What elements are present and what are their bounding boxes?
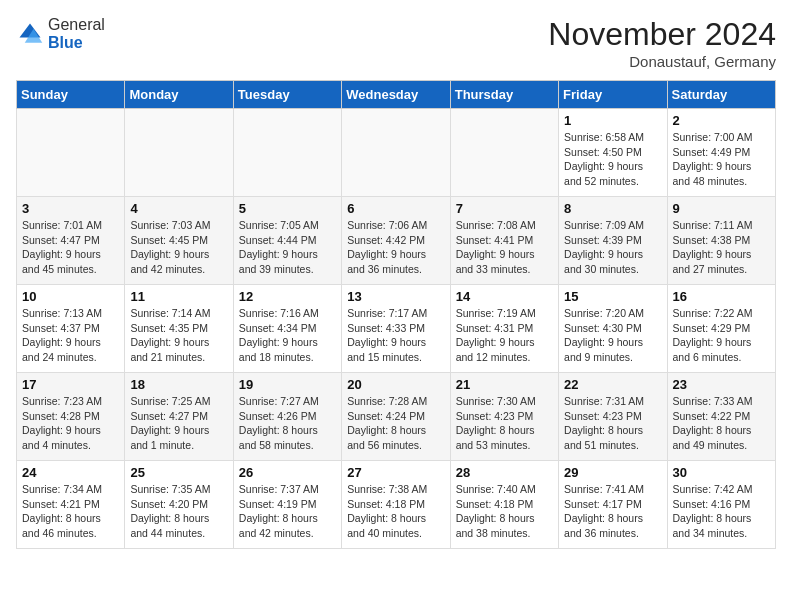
day-number: 13 [347, 289, 445, 304]
day-number: 6 [347, 201, 445, 216]
weekday-header-monday: Monday [125, 81, 233, 109]
week-row-2: 3Sunrise: 7:01 AM Sunset: 4:47 PM Daylig… [17, 197, 776, 285]
week-row-5: 24Sunrise: 7:34 AM Sunset: 4:21 PM Dayli… [17, 461, 776, 549]
calendar-cell [125, 109, 233, 197]
day-detail: Sunrise: 7:40 AM Sunset: 4:18 PM Dayligh… [456, 482, 554, 541]
day-number: 15 [564, 289, 662, 304]
calendar-cell: 2Sunrise: 7:00 AM Sunset: 4:49 PM Daylig… [667, 109, 775, 197]
day-detail: Sunrise: 7:38 AM Sunset: 4:18 PM Dayligh… [347, 482, 445, 541]
calendar-cell: 16Sunrise: 7:22 AM Sunset: 4:29 PM Dayli… [667, 285, 775, 373]
day-number: 12 [239, 289, 337, 304]
calendar-cell: 20Sunrise: 7:28 AM Sunset: 4:24 PM Dayli… [342, 373, 450, 461]
logo-icon [16, 20, 44, 48]
day-detail: Sunrise: 7:33 AM Sunset: 4:22 PM Dayligh… [673, 394, 771, 453]
month-title: November 2024 [548, 16, 776, 53]
day-number: 22 [564, 377, 662, 392]
day-number: 21 [456, 377, 554, 392]
day-number: 30 [673, 465, 771, 480]
calendar-cell: 7Sunrise: 7:08 AM Sunset: 4:41 PM Daylig… [450, 197, 558, 285]
calendar-cell: 30Sunrise: 7:42 AM Sunset: 4:16 PM Dayli… [667, 461, 775, 549]
day-detail: Sunrise: 7:06 AM Sunset: 4:42 PM Dayligh… [347, 218, 445, 277]
day-detail: Sunrise: 7:01 AM Sunset: 4:47 PM Dayligh… [22, 218, 120, 277]
weekday-header-row: SundayMondayTuesdayWednesdayThursdayFrid… [17, 81, 776, 109]
calendar-cell: 21Sunrise: 7:30 AM Sunset: 4:23 PM Dayli… [450, 373, 558, 461]
calendar-cell: 11Sunrise: 7:14 AM Sunset: 4:35 PM Dayli… [125, 285, 233, 373]
day-number: 8 [564, 201, 662, 216]
day-number: 16 [673, 289, 771, 304]
calendar-cell: 10Sunrise: 7:13 AM Sunset: 4:37 PM Dayli… [17, 285, 125, 373]
calendar-cell: 19Sunrise: 7:27 AM Sunset: 4:26 PM Dayli… [233, 373, 341, 461]
day-number: 11 [130, 289, 228, 304]
week-row-1: 1Sunrise: 6:58 AM Sunset: 4:50 PM Daylig… [17, 109, 776, 197]
day-number: 26 [239, 465, 337, 480]
day-detail: Sunrise: 7:00 AM Sunset: 4:49 PM Dayligh… [673, 130, 771, 189]
calendar-cell: 25Sunrise: 7:35 AM Sunset: 4:20 PM Dayli… [125, 461, 233, 549]
day-detail: Sunrise: 7:23 AM Sunset: 4:28 PM Dayligh… [22, 394, 120, 453]
day-number: 20 [347, 377, 445, 392]
calendar-cell: 29Sunrise: 7:41 AM Sunset: 4:17 PM Dayli… [559, 461, 667, 549]
day-detail: Sunrise: 6:58 AM Sunset: 4:50 PM Dayligh… [564, 130, 662, 189]
calendar-cell: 12Sunrise: 7:16 AM Sunset: 4:34 PM Dayli… [233, 285, 341, 373]
calendar-cell: 22Sunrise: 7:31 AM Sunset: 4:23 PM Dayli… [559, 373, 667, 461]
day-detail: Sunrise: 7:30 AM Sunset: 4:23 PM Dayligh… [456, 394, 554, 453]
day-detail: Sunrise: 7:41 AM Sunset: 4:17 PM Dayligh… [564, 482, 662, 541]
day-number: 18 [130, 377, 228, 392]
day-number: 23 [673, 377, 771, 392]
calendar-cell: 13Sunrise: 7:17 AM Sunset: 4:33 PM Dayli… [342, 285, 450, 373]
day-number: 3 [22, 201, 120, 216]
day-number: 25 [130, 465, 228, 480]
calendar-table: SundayMondayTuesdayWednesdayThursdayFrid… [16, 80, 776, 549]
day-detail: Sunrise: 7:37 AM Sunset: 4:19 PM Dayligh… [239, 482, 337, 541]
day-number: 1 [564, 113, 662, 128]
weekday-header-wednesday: Wednesday [342, 81, 450, 109]
day-detail: Sunrise: 7:31 AM Sunset: 4:23 PM Dayligh… [564, 394, 662, 453]
calendar-cell [342, 109, 450, 197]
week-row-3: 10Sunrise: 7:13 AM Sunset: 4:37 PM Dayli… [17, 285, 776, 373]
calendar-cell: 28Sunrise: 7:40 AM Sunset: 4:18 PM Dayli… [450, 461, 558, 549]
weekday-header-thursday: Thursday [450, 81, 558, 109]
day-detail: Sunrise: 7:16 AM Sunset: 4:34 PM Dayligh… [239, 306, 337, 365]
day-detail: Sunrise: 7:17 AM Sunset: 4:33 PM Dayligh… [347, 306, 445, 365]
calendar-cell [450, 109, 558, 197]
day-number: 7 [456, 201, 554, 216]
calendar-cell: 24Sunrise: 7:34 AM Sunset: 4:21 PM Dayli… [17, 461, 125, 549]
day-detail: Sunrise: 7:27 AM Sunset: 4:26 PM Dayligh… [239, 394, 337, 453]
day-detail: Sunrise: 7:13 AM Sunset: 4:37 PM Dayligh… [22, 306, 120, 365]
day-number: 14 [456, 289, 554, 304]
calendar-cell: 17Sunrise: 7:23 AM Sunset: 4:28 PM Dayli… [17, 373, 125, 461]
week-row-4: 17Sunrise: 7:23 AM Sunset: 4:28 PM Dayli… [17, 373, 776, 461]
logo-general: General [48, 16, 105, 34]
calendar-cell: 5Sunrise: 7:05 AM Sunset: 4:44 PM Daylig… [233, 197, 341, 285]
day-detail: Sunrise: 7:28 AM Sunset: 4:24 PM Dayligh… [347, 394, 445, 453]
day-detail: Sunrise: 7:25 AM Sunset: 4:27 PM Dayligh… [130, 394, 228, 453]
calendar-cell: 26Sunrise: 7:37 AM Sunset: 4:19 PM Dayli… [233, 461, 341, 549]
day-number: 2 [673, 113, 771, 128]
calendar-cell: 23Sunrise: 7:33 AM Sunset: 4:22 PM Dayli… [667, 373, 775, 461]
logo: General Blue [16, 16, 105, 51]
day-number: 10 [22, 289, 120, 304]
day-detail: Sunrise: 7:19 AM Sunset: 4:31 PM Dayligh… [456, 306, 554, 365]
weekday-header-tuesday: Tuesday [233, 81, 341, 109]
day-detail: Sunrise: 7:35 AM Sunset: 4:20 PM Dayligh… [130, 482, 228, 541]
day-number: 17 [22, 377, 120, 392]
day-detail: Sunrise: 7:22 AM Sunset: 4:29 PM Dayligh… [673, 306, 771, 365]
title-area: November 2024 Donaustauf, Germany [548, 16, 776, 70]
logo-blue: Blue [48, 34, 105, 52]
day-detail: Sunrise: 7:09 AM Sunset: 4:39 PM Dayligh… [564, 218, 662, 277]
calendar-cell [17, 109, 125, 197]
calendar-cell: 6Sunrise: 7:06 AM Sunset: 4:42 PM Daylig… [342, 197, 450, 285]
day-detail: Sunrise: 7:03 AM Sunset: 4:45 PM Dayligh… [130, 218, 228, 277]
day-detail: Sunrise: 7:20 AM Sunset: 4:30 PM Dayligh… [564, 306, 662, 365]
weekday-header-friday: Friday [559, 81, 667, 109]
calendar-cell: 4Sunrise: 7:03 AM Sunset: 4:45 PM Daylig… [125, 197, 233, 285]
location-title: Donaustauf, Germany [548, 53, 776, 70]
day-number: 9 [673, 201, 771, 216]
day-number: 4 [130, 201, 228, 216]
day-detail: Sunrise: 7:14 AM Sunset: 4:35 PM Dayligh… [130, 306, 228, 365]
day-number: 19 [239, 377, 337, 392]
day-detail: Sunrise: 7:11 AM Sunset: 4:38 PM Dayligh… [673, 218, 771, 277]
day-number: 24 [22, 465, 120, 480]
calendar-cell: 1Sunrise: 6:58 AM Sunset: 4:50 PM Daylig… [559, 109, 667, 197]
day-detail: Sunrise: 7:08 AM Sunset: 4:41 PM Dayligh… [456, 218, 554, 277]
calendar-cell: 18Sunrise: 7:25 AM Sunset: 4:27 PM Dayli… [125, 373, 233, 461]
